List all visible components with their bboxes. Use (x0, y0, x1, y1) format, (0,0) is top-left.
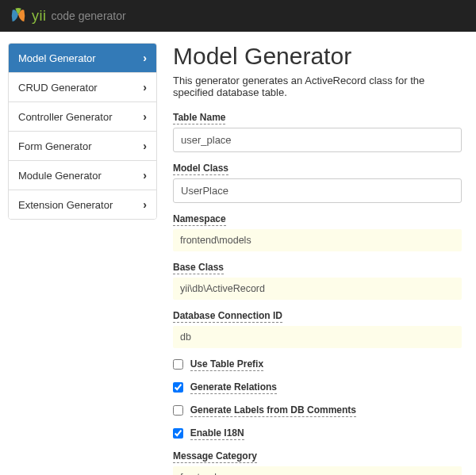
label-model-class: Model Class (173, 163, 228, 175)
sidebar-item-label: Extension Generator (18, 199, 113, 211)
label-generate-relations: Generate Relations (190, 381, 277, 394)
sidebar-item-label: Module Generator (18, 170, 102, 182)
sidebar-item-model-generator[interactable]: Model Generator › (9, 44, 156, 73)
value-db-connection[interactable]: db (173, 326, 462, 348)
sidebar-item-crud-generator[interactable]: CRUD Generator › (9, 73, 156, 102)
sidebar-item-form-generator[interactable]: Form Generator › (9, 132, 156, 161)
navbar: yii code generator (0, 0, 476, 32)
container: Model Generator › CRUD Generator › Contr… (0, 32, 476, 475)
sidebar-item-label: Model Generator (18, 52, 96, 64)
label-db-connection: Database Connection ID (173, 310, 282, 323)
chevron-right-icon: › (143, 198, 147, 211)
chevron-right-icon: › (143, 81, 147, 94)
chevron-right-icon: › (143, 140, 147, 152)
brand-title: yii (32, 8, 47, 25)
sidebar: Model Generator › CRUD Generator › Contr… (8, 43, 157, 220)
checkbox-generate-relations[interactable] (173, 382, 183, 393)
chevron-right-icon: › (143, 110, 147, 123)
checkbox-generate-labels[interactable] (173, 405, 183, 416)
input-model-class[interactable] (173, 178, 462, 203)
value-message-category[interactable]: frontend (173, 466, 462, 475)
field-generate-labels: Generate Labels from DB Comments (173, 404, 462, 417)
value-base-class[interactable]: yii\db\ActiveRecord (173, 278, 462, 300)
checkbox-enable-i18n[interactable] (173, 428, 183, 439)
field-use-table-prefix: Use Table Prefix (173, 358, 462, 371)
sidebar-item-controller-generator[interactable]: Controller Generator › (9, 102, 156, 132)
brand-subtitle: code generator (52, 10, 126, 22)
sidebar-item-module-generator[interactable]: Module Generator › (9, 161, 156, 190)
field-table-name: Table Name (173, 111, 462, 152)
label-enable-i18n: Enable I18N (190, 427, 244, 440)
yii-logo-icon (10, 7, 27, 25)
field-enable-i18n: Enable I18N (173, 427, 462, 440)
page-description: This generator generates an ActiveRecord… (173, 75, 462, 98)
sidebar-item-label: CRUD Generator (18, 82, 98, 94)
field-generate-relations: Generate Relations (173, 381, 462, 394)
label-namespace: Namespace (173, 213, 226, 226)
sidebar-item-label: Controller Generator (18, 111, 113, 123)
field-model-class: Model Class (173, 162, 462, 203)
label-message-category: Message Category (173, 450, 257, 463)
page-title: Model Generator (173, 43, 462, 70)
checkbox-use-table-prefix[interactable] (173, 359, 183, 370)
field-db-connection: Database Connection ID db (173, 309, 462, 348)
chevron-right-icon: › (143, 169, 147, 182)
main: Model Generator This generator generates… (173, 43, 468, 475)
sidebar-item-extension-generator[interactable]: Extension Generator › (9, 190, 156, 219)
navbar-brand[interactable]: yii code generator (10, 7, 126, 25)
field-base-class: Base Class yii\db\ActiveRecord (173, 261, 462, 300)
field-namespace: Namespace frontend\models (173, 213, 462, 251)
field-message-category: Message Category frontend (173, 450, 462, 475)
label-base-class: Base Class (173, 262, 224, 274)
input-table-name[interactable] (173, 128, 462, 152)
chevron-right-icon: › (143, 52, 147, 64)
value-namespace[interactable]: frontend\models (173, 229, 462, 251)
label-generate-labels: Generate Labels from DB Comments (190, 404, 356, 417)
label-use-table-prefix: Use Table Prefix (190, 358, 263, 371)
label-table-name: Table Name (173, 112, 225, 124)
sidebar-item-label: Form Generator (18, 140, 91, 152)
